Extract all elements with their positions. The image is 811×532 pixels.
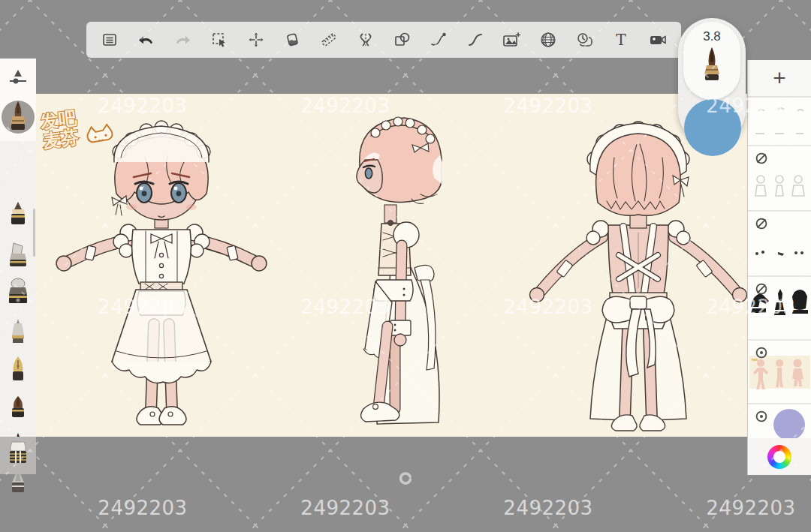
round-brush-icon [9, 395, 27, 425]
s-curves-divider-icon [356, 31, 375, 49]
brush-size-value: 3.8 [703, 29, 721, 44]
paint-bucket-icon [283, 31, 301, 49]
chisel-marker-icon [8, 242, 29, 272]
text-tool-button[interactable]: T [608, 27, 634, 53]
layer-hidden-eye-icon[interactable] [754, 151, 769, 166]
transform-tool-button[interactable] [243, 27, 269, 53]
brush-airbrush-button[interactable] [0, 278, 36, 311]
redo-button[interactable] [170, 27, 195, 53]
pencil-icon [8, 201, 28, 233]
brush-sidebar [0, 59, 36, 437]
four-way-arrows-icon [247, 31, 265, 49]
layer-item-4[interactable] [748, 277, 811, 341]
layer-thumbnail [748, 98, 811, 145]
timelapse-button[interactable] [572, 27, 598, 53]
eraser-tool-button[interactable] [0, 437, 36, 474]
clock-frame-icon [575, 31, 595, 49]
import-image-button[interactable] [499, 27, 524, 53]
fill-tool-button[interactable] [279, 27, 305, 53]
marquee-cursor-icon [210, 31, 228, 49]
brush-settings-button[interactable] [0, 68, 36, 90]
letter-t-icon: T [612, 31, 630, 49]
sharp-brush-icon [2, 98, 35, 139]
logo-text-line2: 麦芬 [41, 127, 80, 152]
brush-nib-pen-button[interactable] [0, 356, 36, 387]
video-camera-icon [648, 31, 668, 49]
brush-round-button[interactable] [0, 395, 36, 425]
logo-cat-icon [86, 124, 113, 143]
watermark-text: 2492203 [503, 497, 592, 519]
svg-text:T: T [617, 31, 627, 49]
sidebar-scrollbar[interactable] [33, 209, 35, 257]
ruler-tool-button[interactable] [316, 27, 342, 53]
brush-liner-button[interactable] [0, 318, 36, 348]
watermark-text: 2492203 [98, 497, 187, 519]
menu-button[interactable] [97, 27, 122, 53]
color-wheel-icon[interactable] [767, 445, 791, 469]
brush-tip-icon [699, 44, 725, 86]
select-tool-button[interactable] [207, 27, 232, 53]
layer-visible-eye-icon[interactable] [754, 345, 769, 360]
layer-item-2[interactable] [748, 146, 811, 212]
brush-marker-button[interactable] [0, 242, 36, 272]
color-picker-card [747, 438, 811, 475]
curve-pen-tool-button[interactable] [426, 27, 451, 53]
layer-hidden-eye-icon[interactable] [754, 281, 769, 296]
perspective-grid-button[interactable] [535, 27, 561, 53]
brush-status-pill: 3.8 [678, 18, 746, 144]
add-layer-button[interactable]: + [748, 60, 811, 98]
watermark-text: 2492203 [300, 497, 390, 519]
layer-item-3[interactable] [748, 212, 811, 277]
undo-arrow-icon [137, 31, 156, 49]
layers-panel: + [747, 60, 811, 447]
airbrush-pen-icon [8, 278, 29, 311]
curve-with-node-icon [430, 31, 448, 49]
drawing-canvas[interactable]: 发吧 麦芬 [36, 94, 747, 437]
brush-pencil-button[interactable] [0, 201, 36, 233]
brush-size-slider-icon [7, 68, 29, 90]
liner-pen-icon [9, 318, 27, 348]
plus-icon: + [773, 65, 786, 91]
camera-export-button[interactable] [645, 27, 671, 53]
watermark-text: 2492203 [706, 497, 795, 519]
layers-list [748, 98, 811, 447]
eraser-icon [7, 440, 29, 471]
layer-item-5[interactable] [748, 341, 811, 404]
wireframe-globe-icon [538, 31, 558, 49]
current-brush-slot[interactable] [0, 98, 36, 139]
list-menu-icon [101, 31, 119, 49]
layer-hidden-eye-icon[interactable] [754, 216, 769, 231]
shape-tool-button[interactable] [389, 27, 415, 53]
picture-plus-icon [502, 31, 521, 49]
diagonal-ruler-icon [320, 31, 338, 49]
app-logo-stamp: 发吧 麦芬 [38, 101, 116, 161]
redo-arrow-icon [173, 31, 192, 49]
fountain-nib-icon [9, 356, 27, 387]
symmetry-tool-button[interactable] [353, 27, 378, 53]
character-side-view [330, 101, 466, 435]
undo-button[interactable] [134, 27, 159, 53]
sync-refresh-icon[interactable] [398, 470, 413, 488]
curve-tool-button[interactable] [463, 27, 488, 53]
brush-size-widget[interactable]: 3.8 [683, 22, 740, 100]
layer-visible-eye-icon[interactable] [754, 409, 769, 424]
top-toolbar: T [86, 22, 681, 58]
current-color-swatch[interactable] [684, 99, 741, 156]
square-circle-icon [393, 31, 411, 49]
layer-item-1[interactable] [748, 98, 811, 146]
s-curve-icon [466, 31, 484, 49]
